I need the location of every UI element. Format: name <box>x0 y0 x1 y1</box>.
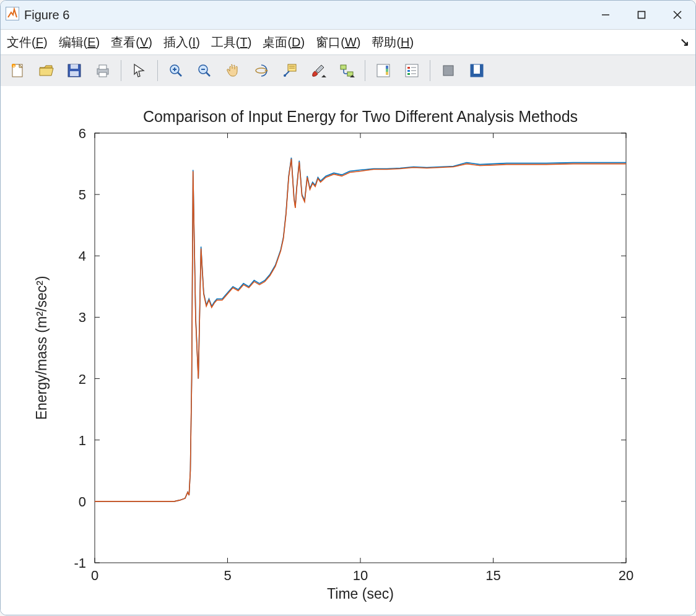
menu-help[interactable]: 帮助(H) <box>372 34 414 51</box>
menu-desktop[interactable]: 桌面(D) <box>263 34 305 51</box>
figure-canvas[interactable]: 05101520-10123456Comparison of Input Ene… <box>1 86 695 615</box>
edit-plot-button[interactable] <box>126 58 152 83</box>
show-plot-tools-button[interactable] <box>464 58 490 83</box>
x-axis-label: Time (sec) <box>327 586 394 602</box>
svg-rect-44 <box>443 66 453 76</box>
svg-rect-47 <box>480 64 483 77</box>
svg-text:✦: ✦ <box>12 64 15 68</box>
svg-rect-40 <box>407 73 410 75</box>
svg-text:6: 6 <box>79 126 86 141</box>
menu-view[interactable]: 查看(V) <box>111 34 152 51</box>
brush-button[interactable] <box>305 58 331 83</box>
svg-text:-1: -1 <box>74 555 86 571</box>
svg-text:2: 2 <box>79 371 86 387</box>
svg-text:5: 5 <box>79 187 86 202</box>
menu-edit[interactable]: 编辑(E) <box>59 34 100 51</box>
open-button[interactable] <box>33 58 59 83</box>
svg-rect-13 <box>99 65 107 69</box>
svg-rect-46 <box>471 64 474 77</box>
minimize-button[interactable] <box>588 1 624 29</box>
svg-marker-29 <box>321 75 326 77</box>
figure-window: Figure 6 文件(F) 编辑(E) 查看(V) 插入(I) 工具(T) 桌… <box>0 0 696 615</box>
svg-rect-35 <box>386 69 388 72</box>
zoom-in-button[interactable] <box>163 58 189 83</box>
print-button[interactable] <box>90 58 116 83</box>
svg-text:10: 10 <box>353 568 368 583</box>
svg-text:4: 4 <box>79 248 86 264</box>
svg-rect-36 <box>386 72 388 75</box>
svg-rect-39 <box>407 70 410 72</box>
hide-plot-tools-button[interactable] <box>435 58 461 83</box>
figure-toolbar: ✦ <box>1 55 695 87</box>
insert-legend-button[interactable] <box>399 58 425 83</box>
svg-rect-34 <box>386 66 388 69</box>
svg-text:15: 15 <box>485 568 500 583</box>
svg-rect-48 <box>474 74 480 77</box>
svg-rect-11 <box>70 71 79 76</box>
svg-marker-23 <box>264 69 268 71</box>
svg-rect-49 <box>95 133 626 563</box>
svg-line-16 <box>178 72 181 76</box>
svg-text:3: 3 <box>79 310 86 325</box>
svg-text:5: 5 <box>224 568 231 583</box>
menu-file[interactable]: 文件(F) <box>7 34 48 51</box>
svg-rect-38 <box>407 67 410 69</box>
svg-rect-10 <box>71 64 78 69</box>
title-bar[interactable]: Figure 6 <box>1 1 695 29</box>
close-button[interactable] <box>659 1 695 29</box>
undock-icon[interactable]: ↘ <box>680 35 689 49</box>
menu-tools[interactable]: 工具(T) <box>211 34 252 51</box>
svg-text:20: 20 <box>619 568 633 583</box>
svg-text:1: 1 <box>79 433 86 448</box>
chart-title: Comparison of Input Energy for Two Diffe… <box>143 108 578 125</box>
window-title: Figure 6 <box>24 8 69 22</box>
y-axis-label: Energy/mass (m²/sec²) <box>33 276 50 420</box>
matlab-logo-icon <box>6 7 19 23</box>
svg-point-28 <box>284 74 286 77</box>
axes[interactable]: 05101520-10123456Comparison of Input Ene… <box>1 86 695 615</box>
svg-rect-2 <box>638 12 645 19</box>
svg-text:0: 0 <box>79 494 86 510</box>
window-controls <box>588 1 695 29</box>
insert-colorbar-button[interactable] <box>370 58 396 83</box>
svg-line-20 <box>206 72 210 76</box>
save-button[interactable] <box>61 58 87 83</box>
maximize-button[interactable] <box>624 1 659 29</box>
svg-rect-30 <box>341 65 346 69</box>
svg-rect-14 <box>99 72 107 77</box>
new-figure-button[interactable]: ✦ <box>4 58 30 83</box>
zoom-out-button[interactable] <box>191 58 217 83</box>
svg-text:0: 0 <box>91 568 98 583</box>
menu-bar: 文件(F) 编辑(E) 查看(V) 插入(I) 工具(T) 桌面(D) 窗口(W… <box>1 29 695 55</box>
menu-window[interactable]: 窗口(W) <box>316 34 360 51</box>
link-plots-button[interactable] <box>334 58 360 83</box>
menu-insert[interactable]: 插入(I) <box>163 34 200 51</box>
pan-button[interactable] <box>220 58 246 83</box>
rotate3d-button[interactable] <box>248 58 274 83</box>
data-cursor-button[interactable] <box>277 58 303 83</box>
